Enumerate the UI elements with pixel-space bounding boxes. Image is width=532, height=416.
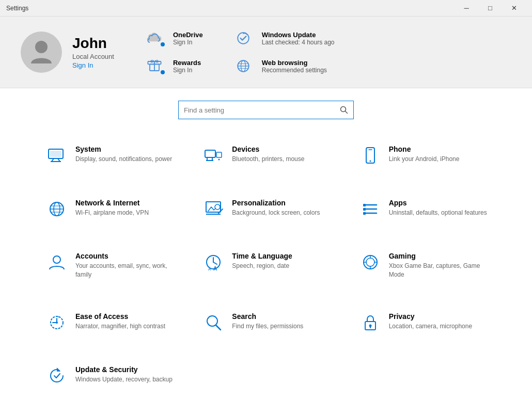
settings-accounts[interactable]: Accounts Your accounts, email, sync, wor… [41, 244, 187, 298]
svg-point-57 [369, 324, 371, 327]
rewards-title: Rewards [173, 59, 201, 67]
search-input[interactable] [184, 106, 336, 114]
network-icon [46, 199, 67, 219]
svg-rect-37 [363, 204, 366, 206]
settings-privacy[interactable]: Privacy Location, camera, microphone [355, 304, 501, 353]
personalization-sub: Background, lock screen, colors [232, 209, 320, 217]
services-area: OneDrive Sign In Rewards [145, 29, 511, 75]
personalization-title: Personalization [232, 199, 320, 207]
svg-point-24 [369, 161, 371, 162]
service-col-1: OneDrive Sign In Rewards [145, 29, 203, 75]
personalization-text: Personalization Background, lock screen,… [232, 199, 320, 217]
time-text: Time & Language Speech, region, date [232, 252, 292, 270]
web-browsing-icon [234, 57, 253, 75]
profile-account-type: Local Account [72, 53, 114, 60]
settings-time[interactable]: A A Time & Language Speech, region, date [198, 244, 344, 298]
gaming-sub: Xbox Game Bar, captures, Game Mode [389, 262, 496, 279]
ease-sub: Narrator, magnifier, high contrast [75, 322, 165, 331]
settings-gaming[interactable]: Gaming Xbox Game Bar, captures, Game Mod… [355, 244, 501, 298]
svg-rect-17 [216, 152, 222, 157]
windows-update-text: Windows Update Last checked: 4 hours ago [262, 31, 335, 46]
settings-ease[interactable]: Ease of Access Narrator, magnifier, high… [41, 304, 187, 353]
profile-signin-link[interactable]: Sign In [72, 61, 114, 69]
accounts-text: Accounts Your accounts, email, sync, wor… [75, 252, 182, 279]
search-sub: Find my files, permissions [232, 322, 303, 331]
phone-text: Phone Link your Android, iPhone [389, 145, 460, 164]
update-text: Update & Security Windows Update, recove… [75, 365, 173, 384]
apps-sub: Uninstall, defaults, optional features [389, 209, 487, 217]
svg-rect-16 [205, 150, 215, 157]
apps-icon [360, 199, 381, 219]
close-button[interactable]: ✕ [502, 0, 526, 17]
rewards-status-dot [160, 69, 166, 75]
settings-system[interactable]: System Display, sound, notifications, po… [41, 137, 187, 185]
gaming-title: Gaming [389, 252, 496, 260]
settings-update[interactable]: Update & Security Windows Update, recove… [41, 357, 187, 406]
onedrive-status-dot [160, 41, 166, 47]
settings-apps[interactable]: Apps Uninstall, defaults, optional featu… [355, 190, 501, 239]
svg-point-18 [218, 159, 220, 161]
profile-info: John Local Account Sign In [72, 35, 114, 69]
network-text: Network & Internet Wi-Fi, airplane mode,… [75, 199, 149, 217]
settings-phone[interactable]: Phone Link your Android, iPhone [355, 137, 501, 185]
gaming-text: Gaming Xbox Game Bar, captures, Game Mod… [389, 252, 496, 279]
devices-sub: Bluetooth, printers, mouse [232, 155, 304, 164]
devices-text: Devices Bluetooth, printers, mouse [232, 145, 304, 164]
accounts-icon [46, 252, 67, 273]
svg-rect-38 [363, 208, 366, 211]
onedrive-icon-wrap [145, 29, 166, 47]
svg-line-43 [213, 262, 217, 264]
time-title: Time & Language [232, 252, 292, 260]
minimize-button[interactable]: ─ [455, 0, 478, 17]
svg-point-40 [53, 256, 60, 263]
accounts-title: Accounts [75, 252, 182, 260]
onedrive-title: OneDrive [173, 31, 203, 39]
update-sub: Windows Update, recovery, backup [75, 375, 173, 384]
svg-line-55 [216, 325, 221, 330]
privacy-title: Privacy [389, 312, 472, 321]
devices-title: Devices [232, 145, 304, 153]
search-text: Search Find my files, permissions [232, 312, 303, 331]
titlebar-title: Settings [6, 5, 28, 12]
maximize-button[interactable]: □ [478, 0, 502, 17]
apps-title: Apps [389, 199, 487, 207]
titlebar-controls: ─ □ ✕ [455, 0, 526, 17]
privacy-sub: Location, camera, microphone [389, 322, 472, 331]
web-browsing-title: Web browsing [262, 59, 327, 67]
onedrive-service[interactable]: OneDrive Sign In [145, 29, 203, 47]
onedrive-text: OneDrive Sign In [173, 31, 203, 46]
windows-update-service[interactable]: Windows Update Last checked: 4 hours ago [234, 29, 335, 47]
system-sub: Display, sound, notifications, power [75, 155, 172, 164]
svg-line-60 [56, 374, 60, 378]
search-settings-icon [203, 312, 224, 333]
apps-text: Apps Uninstall, defaults, optional featu… [389, 199, 487, 217]
personalization-icon [203, 199, 224, 219]
system-title: System [75, 145, 172, 153]
settings-network[interactable]: Network & Internet Wi-Fi, airplane mode,… [41, 190, 187, 239]
search-title: Search [232, 312, 303, 321]
svg-point-0 [35, 41, 48, 53]
settings-devices[interactable]: Devices Bluetooth, printers, mouse [198, 137, 344, 185]
web-browsing-text: Web browsing Recommended settings [262, 59, 327, 74]
rewards-subtitle: Sign In [173, 67, 201, 74]
svg-text:A: A [208, 267, 211, 271]
settings-search[interactable]: Search Find my files, permissions [198, 304, 344, 353]
web-browsing-service[interactable]: Web browsing Recommended settings [234, 57, 335, 75]
ease-title: Ease of Access [75, 312, 165, 321]
update-title: Update & Security [75, 365, 173, 374]
windows-update-icon-wrap [234, 29, 255, 47]
network-title: Network & Internet [75, 199, 149, 207]
phone-sub: Link your Android, iPhone [389, 155, 460, 164]
system-icon [46, 145, 67, 166]
avatar [21, 31, 62, 73]
svg-rect-39 [363, 212, 366, 215]
privacy-icon [360, 312, 381, 333]
system-text: System Display, sound, notifications, po… [75, 145, 172, 164]
search-icon [340, 106, 348, 114]
profile-name: John [72, 35, 114, 52]
rewards-service[interactable]: Rewards Sign In [145, 57, 203, 75]
svg-text:A: A [213, 266, 217, 271]
header-section: John Local Account Sign In OneDrive Sign… [0, 17, 532, 88]
windows-update-subtitle: Last checked: 4 hours ago [262, 39, 335, 46]
settings-personalization[interactable]: Personalization Background, lock screen,… [198, 190, 344, 239]
